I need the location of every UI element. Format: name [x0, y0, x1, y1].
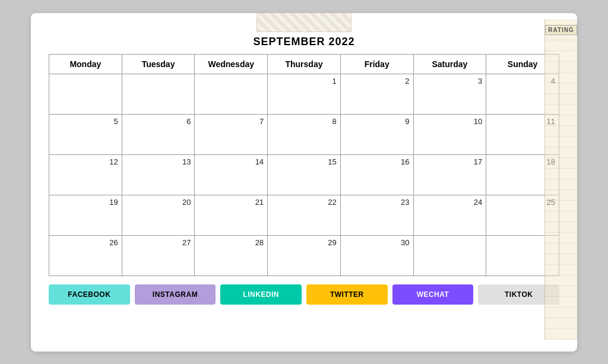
main-card: RATING SEPTEMBER 2022 MondayTuesdayWedne…: [31, 13, 577, 352]
calendar-day-header: Monday: [49, 54, 122, 74]
social-button-facebook[interactable]: FACEBOOK: [49, 284, 130, 305]
calendar-day-cell: 3: [413, 74, 486, 114]
calendar-day-cell: 14: [195, 154, 268, 195]
calendar-day-cell: 7: [195, 114, 268, 154]
rating-label: RATING: [545, 25, 577, 35]
calendar-day-cell: 21: [195, 195, 268, 235]
calendar-week-row: 567891011: [49, 114, 559, 154]
calendar-day-cell: 8: [268, 114, 341, 154]
calendar-day-header: Saturday: [413, 54, 486, 74]
calendar-day-cell: 26: [49, 235, 122, 276]
social-button-twitter[interactable]: TWITTER: [306, 284, 388, 305]
calendar-day-cell: 2: [340, 74, 413, 114]
calendar-header-row: MondayTuesdayWednesdayThursdayFridaySatu…: [49, 54, 559, 74]
calendar-table: MondayTuesdayWednesdayThursdayFridaySatu…: [49, 54, 559, 276]
social-button-linkedin[interactable]: LINKEDIN: [220, 284, 302, 305]
social-button-wechat[interactable]: WECHAT: [392, 284, 474, 305]
tape-decoration: [256, 13, 352, 32]
calendar-day-cell: 1: [268, 74, 341, 114]
right-strip: RATING: [544, 19, 577, 340]
calendar-week-row: 1234: [49, 74, 559, 114]
social-buttons-row: FACEBOOKINSTAGRAMLINKEDINTWITTERWECHATTI…: [49, 284, 559, 305]
calendar-day-cell: 30: [340, 235, 413, 276]
calendar-day-cell: 20: [122, 195, 195, 235]
calendar-title: SEPTEMBER 2022: [49, 36, 559, 48]
calendar-day-header: Wednesday: [195, 54, 268, 74]
calendar-day-cell: [413, 235, 486, 276]
calendar-week-row: 12131415161718: [49, 154, 559, 195]
calendar-day-cell: 28: [195, 235, 268, 276]
calendar-day-cell: 9: [340, 114, 413, 154]
calendar-week-row: 19202122232425: [49, 195, 559, 235]
calendar-day-cell: 6: [122, 114, 195, 154]
social-button-instagram[interactable]: INSTAGRAM: [135, 284, 216, 305]
calendar-day-cell: 15: [268, 154, 341, 195]
calendar-day-cell: 13: [122, 154, 195, 195]
calendar-day-cell: 17: [413, 154, 486, 195]
calendar-day-cell: 24: [413, 195, 486, 235]
calendar-day-cell: [122, 74, 195, 114]
calendar-day-cell: 19: [49, 195, 122, 235]
calendar-day-header: Thursday: [268, 54, 341, 74]
calendar-day-cell: 29: [268, 235, 341, 276]
calendar-day-cell: 23: [340, 195, 413, 235]
calendar-day-cell: 16: [340, 154, 413, 195]
calendar-day-header: Friday: [340, 54, 413, 74]
calendar-day-cell: [49, 74, 122, 114]
calendar-week-row: 2627282930: [49, 235, 559, 276]
calendar-day-cell: 27: [122, 235, 195, 276]
calendar-day-cell: 12: [49, 154, 122, 195]
calendar-day-cell: [195, 74, 268, 114]
calendar-day-cell: 22: [268, 195, 341, 235]
calendar-day-cell: 5: [49, 114, 122, 154]
calendar-day-header: Tuesday: [122, 54, 195, 74]
calendar-day-cell: 10: [413, 114, 486, 154]
